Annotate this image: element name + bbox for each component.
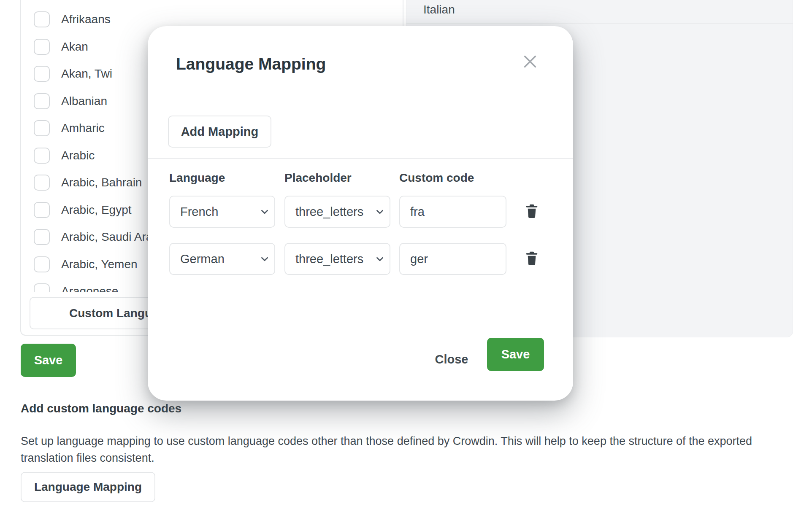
language-mapping-dialog: Language Mapping Add Mapping Language Pl… xyxy=(148,26,573,401)
language-label: Arabic, Egypt xyxy=(61,203,132,217)
language-checkbox[interactable] xyxy=(34,11,50,27)
language-checkbox[interactable] xyxy=(34,39,50,55)
column-header-custom-code: Custom code xyxy=(399,171,474,185)
trash-icon xyxy=(525,250,539,267)
column-header-placeholder: Placeholder xyxy=(284,171,352,185)
chevron-down-icon xyxy=(261,210,268,214)
close-icon xyxy=(522,54,538,69)
close-dialog-button[interactable] xyxy=(521,52,539,71)
language-label: Akan, Twi xyxy=(61,67,112,81)
dialog-title: Language Mapping xyxy=(176,55,326,73)
dialog-close-button[interactable]: Close xyxy=(426,345,477,374)
placeholder-select-value: three_letters xyxy=(295,252,375,266)
language-select[interactable]: German xyxy=(169,243,275,275)
language-select-value: German xyxy=(180,252,260,266)
language-checkbox[interactable] xyxy=(34,283,50,292)
column-header-language: Language xyxy=(169,171,225,185)
custom-language-codes-heading: Add custom language codes xyxy=(21,402,181,415)
language-checkbox[interactable] xyxy=(34,120,50,136)
custom-code-input[interactable] xyxy=(399,196,506,228)
open-language-mapping-button[interactable]: Language Mapping xyxy=(21,472,155,502)
dialog-save-button[interactable]: Save xyxy=(487,338,544,371)
language-label: Arabic, Bahrain xyxy=(61,176,142,189)
page-save-button[interactable]: Save xyxy=(21,344,76,377)
language-label: Arabic, Yemen xyxy=(61,258,138,271)
placeholder-select[interactable]: three_letters xyxy=(284,243,390,275)
language-label: Arabic, Saudi Ara xyxy=(61,230,152,244)
chevron-down-icon xyxy=(376,257,384,261)
mapping-row: French three_letters xyxy=(148,196,573,228)
language-label: Akan xyxy=(61,40,88,54)
language-checkbox[interactable] xyxy=(34,175,50,191)
mapping-row: German three_letters xyxy=(148,243,573,275)
selected-language-item[interactable]: Italian xyxy=(406,0,793,24)
language-checkbox[interactable] xyxy=(34,229,50,245)
selected-language-label: Italian xyxy=(423,3,455,16)
language-checkbox[interactable] xyxy=(34,202,50,218)
language-label: Aragonese xyxy=(61,285,118,292)
add-mapping-button[interactable]: Add Mapping xyxy=(168,116,271,148)
delete-mapping-button[interactable] xyxy=(522,250,541,268)
language-select[interactable]: French xyxy=(169,196,275,228)
language-label: Amharic xyxy=(61,121,105,135)
language-label: Arabic xyxy=(61,149,95,162)
dialog-divider xyxy=(148,158,573,159)
delete-mapping-button[interactable] xyxy=(522,202,541,221)
language-select-value: French xyxy=(180,205,260,219)
chevron-down-icon xyxy=(261,257,268,261)
language-checkbox[interactable] xyxy=(34,256,50,272)
chevron-down-icon xyxy=(376,210,384,214)
trash-icon xyxy=(525,203,539,219)
placeholder-select[interactable]: three_letters xyxy=(284,196,390,228)
language-label: Afrikaans xyxy=(61,13,111,26)
language-checkbox[interactable] xyxy=(34,66,50,82)
language-checkbox[interactable] xyxy=(34,93,50,109)
placeholder-select-value: three_letters xyxy=(295,205,375,219)
custom-language-codes-description-line2: translation files consistent. xyxy=(21,450,763,466)
custom-language-codes-description-line1: Set up language mapping to use custom la… xyxy=(21,433,763,450)
language-checkbox[interactable] xyxy=(34,148,50,164)
language-label: Albanian xyxy=(61,94,107,108)
custom-code-input[interactable] xyxy=(399,243,506,275)
